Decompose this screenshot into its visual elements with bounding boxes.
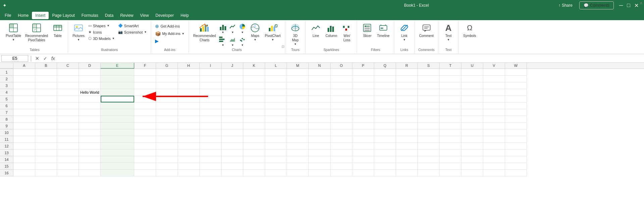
cell-v2[interactable] bbox=[483, 76, 505, 82]
cell-w5[interactable] bbox=[505, 96, 527, 102]
cell-c4[interactable] bbox=[57, 89, 79, 96]
cell-s4[interactable] bbox=[418, 89, 440, 96]
cell-v4[interactable] bbox=[483, 89, 505, 96]
col-header-e[interactable]: E bbox=[101, 63, 134, 69]
col-header-s[interactable]: S bbox=[418, 63, 440, 69]
cell-g4[interactable] bbox=[156, 89, 178, 96]
cell-j4[interactable] bbox=[221, 89, 243, 96]
share-button[interactable]: ↑ Share bbox=[554, 2, 577, 9]
cell-s5[interactable] bbox=[418, 96, 440, 102]
cell-u3[interactable] bbox=[461, 82, 483, 89]
smartart-button[interactable]: 🔷 SmartArt bbox=[117, 23, 148, 29]
cell-i2[interactable] bbox=[200, 76, 221, 82]
column-sparkline-button[interactable]: Column bbox=[324, 21, 339, 39]
cell-a5[interactable] bbox=[13, 96, 35, 102]
cell-e1[interactable] bbox=[101, 69, 134, 76]
maximize-button[interactable]: □ bbox=[627, 2, 630, 8]
cell-c5[interactable] bbox=[57, 96, 79, 102]
cell-e5[interactable] bbox=[101, 96, 134, 102]
cell-k4[interactable] bbox=[243, 89, 265, 96]
col-header-n[interactable]: N bbox=[309, 63, 331, 69]
cell-p4[interactable] bbox=[352, 89, 374, 96]
col-header-l[interactable]: L bbox=[265, 63, 287, 69]
cell-m2[interactable] bbox=[287, 76, 309, 82]
cell-q5[interactable] bbox=[374, 96, 396, 102]
cell-b4[interactable] bbox=[35, 89, 57, 96]
menu-insert[interactable]: Insert bbox=[32, 12, 49, 19]
ribbon-collapse-button[interactable]: ∧ bbox=[640, 1, 643, 5]
my-addins-button[interactable]: 📦 My Add-ins ▼ bbox=[154, 30, 186, 37]
cell-i1[interactable] bbox=[200, 69, 221, 76]
col-header-b[interactable]: B bbox=[35, 63, 57, 69]
col-header-i[interactable]: I bbox=[200, 63, 221, 69]
row-header-11[interactable]: 11 bbox=[0, 136, 13, 143]
menu-developer[interactable]: Developer bbox=[152, 12, 177, 19]
pictures-button[interactable]: Pictures ▼ bbox=[71, 21, 86, 42]
cell-c3[interactable] bbox=[57, 82, 79, 89]
cell-m5[interactable] bbox=[287, 96, 309, 102]
recommended-charts-button[interactable]: ★ Recommended Charts bbox=[192, 21, 218, 43]
cell-w1[interactable] bbox=[505, 69, 527, 76]
cell-b3[interactable] bbox=[35, 82, 57, 89]
menu-help[interactable]: Help bbox=[177, 12, 192, 19]
cell-k5[interactable] bbox=[243, 96, 265, 102]
cell-q1[interactable] bbox=[374, 69, 396, 76]
cell-t4[interactable] bbox=[440, 89, 461, 96]
row-header-6[interactable]: 6 bbox=[0, 102, 13, 109]
cell-n1[interactable] bbox=[309, 69, 331, 76]
link-button[interactable]: Link ▼ bbox=[397, 21, 412, 42]
cell-l5[interactable] bbox=[265, 96, 287, 102]
cell-v3[interactable] bbox=[483, 82, 505, 89]
3d-map-button[interactable]: 3D Map ▼ bbox=[288, 21, 303, 47]
cell-e2[interactable] bbox=[101, 76, 134, 82]
extra-addon-button[interactable]: ▶ bbox=[154, 38, 186, 44]
cell-m3[interactable] bbox=[287, 82, 309, 89]
cell-t1[interactable] bbox=[440, 69, 461, 76]
row-header-14[interactable]: 14 bbox=[0, 156, 13, 163]
win-loss-button[interactable]: Win/ Loss bbox=[339, 21, 354, 43]
cell-w3[interactable] bbox=[505, 82, 527, 89]
col-header-a[interactable]: A bbox=[13, 63, 35, 69]
cell-j3[interactable] bbox=[221, 82, 243, 89]
col-header-v[interactable]: V bbox=[483, 63, 505, 69]
cell-u4[interactable] bbox=[461, 89, 483, 96]
menu-formulas[interactable]: Formulas bbox=[78, 12, 102, 19]
col-header-h[interactable]: H bbox=[178, 63, 200, 69]
cell-k2[interactable] bbox=[243, 76, 265, 82]
pivot-table-button[interactable]: PivotTable ▼ bbox=[4, 21, 23, 42]
cell-w4[interactable] bbox=[505, 89, 527, 96]
timeline-button[interactable]: Timeline bbox=[375, 21, 391, 39]
formula-input[interactable] bbox=[58, 55, 643, 62]
cell-j2[interactable] bbox=[221, 76, 243, 82]
cell-f3[interactable] bbox=[134, 82, 156, 89]
formula-cancel-button[interactable]: ✕ bbox=[34, 56, 41, 61]
cell-h2[interactable] bbox=[178, 76, 200, 82]
row-header-2[interactable]: 2 bbox=[0, 76, 13, 82]
cell-g5[interactable] bbox=[156, 96, 178, 102]
col-header-o[interactable]: O bbox=[331, 63, 352, 69]
col-header-d[interactable]: D bbox=[79, 63, 101, 69]
comments-button[interactable]: 💬 Comments bbox=[579, 1, 614, 9]
menu-file[interactable]: File bbox=[1, 12, 14, 19]
icons-button[interactable]: ★ Icons bbox=[87, 29, 116, 35]
cell-u5[interactable] bbox=[461, 96, 483, 102]
col-header-j[interactable]: J bbox=[221, 63, 243, 69]
cell-a6[interactable] bbox=[13, 102, 35, 109]
cell-v5[interactable] bbox=[483, 96, 505, 102]
cell-e4[interactable] bbox=[101, 89, 134, 96]
col-header-c[interactable]: C bbox=[57, 63, 79, 69]
cell-n5[interactable] bbox=[309, 96, 331, 102]
table-button[interactable]: Table bbox=[50, 21, 65, 39]
cell-k3[interactable] bbox=[243, 82, 265, 89]
cell-g3[interactable] bbox=[156, 82, 178, 89]
cell-q3[interactable] bbox=[374, 82, 396, 89]
cell-l4[interactable] bbox=[265, 89, 287, 96]
cell-k1[interactable] bbox=[243, 69, 265, 76]
cell-t2[interactable] bbox=[440, 76, 461, 82]
cell-e3[interactable] bbox=[101, 82, 134, 89]
cell-n4[interactable] bbox=[309, 89, 331, 96]
cell-i4[interactable] bbox=[200, 89, 221, 96]
name-box[interactable] bbox=[1, 55, 28, 62]
cell-o4[interactable] bbox=[331, 89, 352, 96]
col-header-u[interactable]: U bbox=[461, 63, 483, 69]
